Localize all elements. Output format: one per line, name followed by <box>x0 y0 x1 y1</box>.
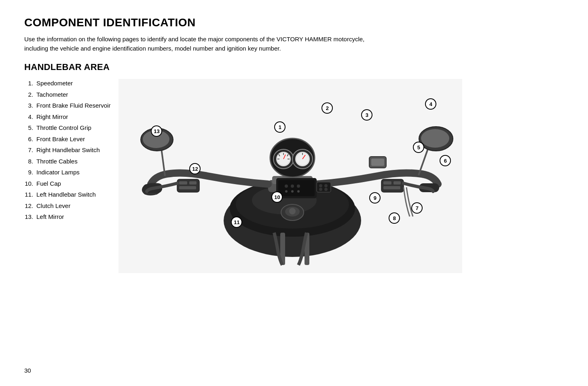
list-item: 8.Throttle Cables <box>24 157 110 166</box>
list-item: 5.Throttle Control Grip <box>24 123 110 133</box>
list-item-number: 13. <box>24 212 36 222</box>
list-item-label: Front Brake Fluid Reservoir <box>36 101 110 110</box>
motorcycle-diagram <box>118 79 462 273</box>
component-list-items: 1.Speedometer2.Tachometer3.Front Brake F… <box>24 79 110 222</box>
list-item: 6.Front Brake Lever <box>24 135 110 144</box>
list-item: 10.Fuel Cap <box>24 179 110 189</box>
list-item-number: 10. <box>24 179 36 189</box>
svg-point-14 <box>421 129 449 148</box>
list-item-number: 12. <box>24 201 36 211</box>
svg-rect-44 <box>393 181 401 185</box>
list-item-label: Throttle Control Grip <box>36 123 91 133</box>
svg-point-37 <box>297 190 300 193</box>
list-item-label: Left Mirror <box>36 212 64 222</box>
list-item: 1.Speedometer <box>24 79 110 88</box>
svg-point-33 <box>291 185 294 188</box>
list-item-number: 2. <box>24 90 36 100</box>
list-item-label: Tachometer <box>36 90 68 100</box>
list-item: 12.Clutch Lever <box>24 201 110 211</box>
list-item-number: 7. <box>24 146 36 155</box>
list-item-number: 5. <box>24 123 36 133</box>
svg-rect-41 <box>179 186 196 189</box>
section-title: HANDLEBAR AREA <box>24 62 564 72</box>
list-item-number: 6. <box>24 135 36 144</box>
svg-point-54 <box>319 184 322 187</box>
list-item: 4.Right Mirror <box>24 112 110 122</box>
svg-point-56 <box>319 188 322 191</box>
list-item-number: 1. <box>24 79 36 88</box>
list-item: 7.Right Handlebar Switch <box>24 146 110 155</box>
component-list: 1.Speedometer2.Tachometer3.Front Brake F… <box>24 79 118 224</box>
list-item-number: 8. <box>24 157 36 166</box>
intro-text: Use the information on the following pag… <box>24 35 388 53</box>
list-item-label: Front Brake Lever <box>36 135 85 144</box>
list-item-label: Indicator Lamps <box>36 168 80 177</box>
page-number: 30 <box>24 367 31 374</box>
diagram-area: 12345678910111213 <box>118 79 564 281</box>
svg-rect-39 <box>179 181 187 185</box>
list-item-label: Throttle Cables <box>36 157 78 166</box>
svg-point-32 <box>285 185 288 188</box>
svg-point-57 <box>324 188 328 191</box>
list-item-number: 3. <box>24 101 36 110</box>
diagram-container: 12345678910111213 <box>118 79 462 277</box>
list-item-label: Right Mirror <box>36 112 68 122</box>
list-item-label: Right Handlebar Switch <box>36 146 100 155</box>
list-item-label: Left Handlebar Switch <box>36 190 96 199</box>
list-item-number: 4. <box>24 112 36 122</box>
svg-rect-38 <box>177 179 199 192</box>
svg-point-52 <box>289 208 296 214</box>
list-item: 2.Tachometer <box>24 90 110 100</box>
list-item: 13.Left Mirror <box>24 212 110 222</box>
content-area: 1.Speedometer2.Tachometer3.Front Brake F… <box>24 79 564 281</box>
svg-point-36 <box>291 190 294 193</box>
list-item: 9.Indicator Lamps <box>24 168 110 177</box>
svg-point-35 <box>285 190 288 193</box>
list-item-number: 9. <box>24 168 36 177</box>
svg-point-55 <box>324 184 328 187</box>
svg-rect-40 <box>189 181 197 185</box>
list-item: 11.Left Handlebar Switch <box>24 190 110 199</box>
svg-rect-53 <box>317 182 331 192</box>
page-title: COMPONENT IDENTIFICATION <box>24 16 564 29</box>
svg-rect-31 <box>278 180 315 196</box>
list-item-label: Speedometer <box>36 79 73 88</box>
list-item-label: Fuel Cap <box>36 179 61 189</box>
list-item-number: 11. <box>24 190 36 199</box>
svg-rect-42 <box>381 179 404 192</box>
svg-point-34 <box>297 185 300 188</box>
svg-rect-43 <box>383 181 391 185</box>
svg-rect-45 <box>383 186 400 189</box>
list-item-label: Clutch Lever <box>36 201 70 211</box>
list-item: 3.Front Brake Fluid Reservoir <box>24 101 110 110</box>
svg-rect-47 <box>371 159 384 166</box>
